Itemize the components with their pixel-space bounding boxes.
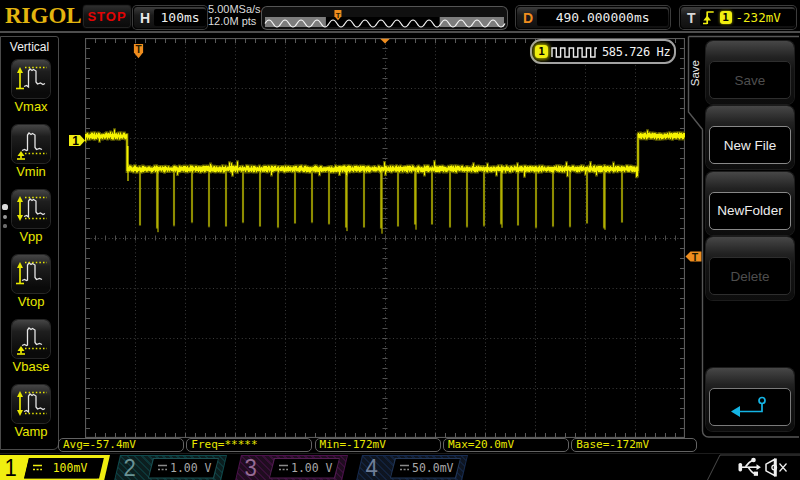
menu-item-icon-box	[12, 190, 50, 228]
delay-value: 490.000000ms	[537, 9, 668, 26]
delay-label: D	[517, 10, 537, 26]
channel-3-badge[interactable]: 31.00 V	[235, 455, 348, 480]
menu-item-vmax[interactable]: Vmax	[12, 60, 50, 114]
dc-coupling-icon	[157, 463, 168, 473]
menu-button-return[interactable]	[706, 368, 794, 431]
measurement-pill-3: Min=-172mV	[315, 438, 441, 452]
channel-scale-box: 100mV	[24, 458, 104, 479]
menu-item-label: Vmax	[12, 99, 50, 114]
channel-scale-face: 1.00 V	[149, 459, 218, 478]
menu-button-delete[interactable]: Delete	[706, 237, 794, 300]
menu-item-vpp[interactable]: Vpp	[12, 190, 50, 244]
menu-item-vtop[interactable]: Vtop	[12, 255, 50, 309]
channel-number: 1	[5, 455, 17, 480]
channel-4-badge[interactable]: 450.0mV	[356, 455, 468, 480]
measurement-pill-2: Freq=*****	[186, 438, 312, 452]
channel-scale-face: 50.0mV	[391, 459, 460, 478]
memory-depth: 12.0M pts	[208, 16, 261, 28]
menu-item-vmin[interactable]: Vmin	[12, 125, 50, 179]
trigger-position-marker[interactable]: T	[134, 44, 143, 58]
channel-scale-face: 1.00 V	[270, 459, 339, 478]
svg-text:T: T	[135, 44, 141, 55]
svg-text:1: 1	[72, 134, 79, 148]
return-arrow-icon	[710, 389, 790, 425]
menu-button-newfolder[interactable]: NewFolder	[706, 172, 794, 235]
vamp-icon	[12, 385, 50, 423]
menu-button-label: New File	[724, 138, 777, 153]
delay-box[interactable]: D 490.000000ms	[516, 6, 670, 29]
trigger-source-badge: 1	[720, 11, 732, 24]
save-menu-panel: Save SaveNew FileNewFolderDelete	[686, 33, 800, 440]
channel-scale-box: 50.0mV	[390, 458, 461, 479]
channel-scale-box: 1.00 V	[269, 458, 340, 479]
menu-page-dot-3	[3, 224, 6, 227]
menu-tab-label: Save	[689, 60, 701, 86]
dc-coupling-icon	[399, 463, 410, 473]
memory-position-bar[interactable]: T	[262, 7, 507, 29]
sample-rate: 5.00MSa/s	[208, 4, 261, 16]
rigol-logo: RIGOL	[5, 3, 82, 29]
menu-page-dot-1	[2, 204, 7, 209]
rising-edge-icon-svg	[702, 9, 715, 26]
trigger-box[interactable]: T 1 -232mV	[680, 6, 796, 29]
channel-scale-value: 1.00 V	[170, 461, 221, 475]
menu-button-face: Save	[709, 61, 791, 99]
channel-scale-box: 1.00 V	[148, 458, 219, 479]
menu-button-face	[709, 388, 791, 426]
menu-item-icon-box	[12, 255, 50, 293]
vmax-icon	[12, 60, 50, 98]
run-state-indicator: STOP	[82, 4, 132, 29]
menu-item-label: Vmin	[12, 164, 50, 179]
display-markers: T1T	[67, 38, 687, 438]
top-status-bar: RIGOL STOP H 100ms 5.00MSa/s 12.0M pts T…	[0, 0, 800, 33]
measurement-pill-1: Avg=-57.4mV	[58, 438, 184, 452]
menu-item-vamp[interactable]: Vamp	[12, 385, 50, 439]
vbase-icon	[12, 320, 50, 358]
menu-button-face: New File	[709, 126, 791, 164]
horizontal-center-marker	[380, 39, 390, 44]
channel-1-badge[interactable]: 1100mV	[0, 455, 112, 480]
channel-status-bar: 1100mV21.00 V31.00 V450.0mV	[0, 453, 800, 480]
menu-button-label: Save	[735, 73, 766, 88]
menu-item-label: Vtop	[12, 294, 50, 309]
menu-button-face: NewFolder	[709, 192, 791, 230]
oscilloscope-screen: RIGOL STOP H 100ms 5.00MSa/s 12.0M pts T…	[0, 0, 800, 480]
trigger-status: 1 -232mV	[700, 9, 795, 26]
menu-button-save[interactable]: Save	[706, 41, 794, 104]
vpp-icon	[12, 190, 50, 228]
vtop-icon	[12, 255, 50, 293]
channel-scale-value: 50.0mV	[412, 461, 463, 475]
menu-button-label: NewFolder	[717, 203, 782, 218]
channel1-level-marker[interactable]: 1	[69, 134, 85, 148]
beeper-muted-icon	[766, 459, 787, 477]
menu-item-icon-box	[12, 320, 50, 358]
channel-scale-face: 100mV	[24, 458, 104, 479]
trigger-level-value: -232mV	[736, 10, 781, 25]
menu-item-icon-box	[12, 60, 50, 98]
menu-item-label: Vbase	[12, 359, 50, 374]
menu-item-icon-box	[12, 125, 50, 163]
horizontal-timebase-box[interactable]: H 100ms	[133, 6, 207, 29]
measurement-pill-4: Max=20.0mV	[443, 438, 569, 452]
menu-page-dot-2	[3, 215, 7, 219]
status-icons-area	[700, 454, 800, 480]
svg-text:T: T	[336, 11, 341, 20]
channel-number: 4	[366, 455, 378, 480]
waveform-display: 1 585.726 Hz T1T	[85, 38, 685, 438]
rising-edge-icon	[700, 9, 715, 26]
menu-button-label: Delete	[730, 269, 769, 284]
menu-item-label: Vpp	[12, 229, 50, 244]
timebase-label: H	[134, 10, 154, 26]
trigger-label: T	[681, 10, 700, 26]
menu-item-vbase[interactable]: Vbase	[12, 320, 50, 374]
menu-button-face: Delete	[709, 257, 791, 295]
acquisition-info: 5.00MSa/s 12.0M pts	[208, 4, 261, 27]
menu-title: Vertical	[1, 40, 58, 54]
timebase-value: 100ms	[154, 9, 206, 26]
menu-button-new-file[interactable]: New File	[706, 106, 794, 169]
channel-scale-value: 1.00 V	[291, 461, 342, 475]
channel-2-badge[interactable]: 21.00 V	[114, 455, 227, 480]
vmin-icon	[12, 125, 50, 163]
channel-scale-value: 100mV	[45, 461, 104, 475]
dc-coupling-icon	[32, 463, 43, 473]
